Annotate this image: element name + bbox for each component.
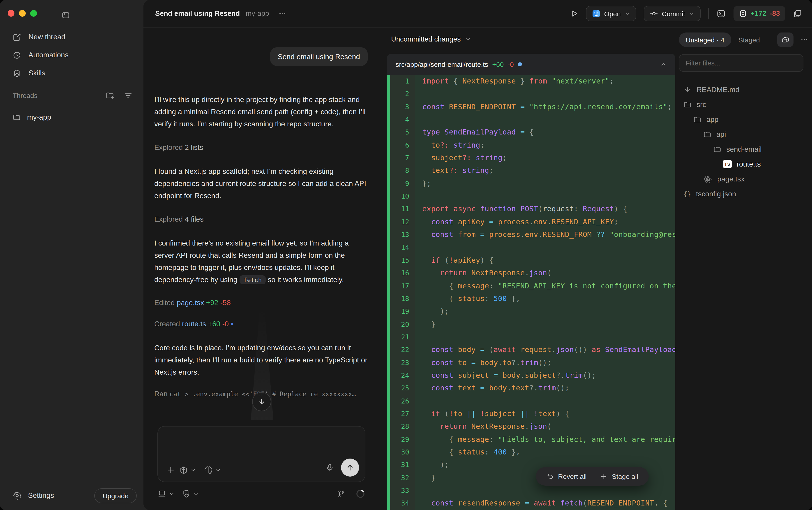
- reasoning-selector[interactable]: [204, 465, 221, 475]
- file-tree-item-tsconfig-json[interactable]: {}tsconfig.json: [679, 187, 812, 201]
- line-content: return NextResponse.json(: [415, 267, 675, 280]
- unsaved-dot: [518, 62, 522, 66]
- sidebar-item-skills[interactable]: Skills: [0, 64, 144, 82]
- line-content: }: [415, 318, 675, 331]
- chevron-down-icon: [624, 10, 630, 17]
- code-line: 5type SendEmailPayload = {: [387, 126, 675, 139]
- line-number: 27: [387, 407, 415, 420]
- line-number: 28: [387, 420, 415, 433]
- file-tree-item-app[interactable]: app: [679, 112, 812, 127]
- sidebar-toggle-icon[interactable]: [61, 10, 70, 20]
- sidebar-item-new-thread[interactable]: New thread: [0, 28, 144, 46]
- line-number: 29: [387, 433, 415, 446]
- file-link[interactable]: page.tsx: [177, 299, 204, 307]
- line-number: 5: [387, 126, 415, 139]
- shield-terminal-icon: [182, 489, 191, 498]
- arrow-down-icon: [257, 397, 266, 406]
- line-number: 20: [387, 318, 415, 331]
- send-button[interactable]: [341, 458, 359, 477]
- git-branch-icon[interactable]: [337, 489, 345, 498]
- chevron-up-icon[interactable]: [660, 61, 667, 68]
- file-label: page.tsx: [717, 175, 745, 183]
- chevron-down-icon: [190, 467, 196, 473]
- diff-actions: Revert all Stage all: [536, 467, 649, 486]
- terminal-icon[interactable]: [716, 9, 726, 18]
- code-line: 15 if (!apiKey) {: [387, 254, 675, 267]
- revert-all-button[interactable]: Revert all: [546, 473, 587, 480]
- file-lines-added: +60: [492, 60, 504, 68]
- uncommitted-changes-dropdown[interactable]: Uncommitted changes: [391, 35, 471, 43]
- files-menu-icon[interactable]: [800, 36, 808, 44]
- code-line: 4: [387, 113, 675, 126]
- message-composer[interactable]: [157, 426, 365, 482]
- line-content: to?: string;: [415, 139, 675, 152]
- line-content: [415, 88, 675, 101]
- file-label: README.md: [696, 86, 740, 94]
- git-commit-icon: [650, 9, 658, 18]
- sidebar-item-my-app[interactable]: my-app: [6, 109, 137, 125]
- line-number: 8: [387, 165, 415, 177]
- line-number: 31: [387, 459, 415, 472]
- close-window-button[interactable]: [8, 10, 14, 17]
- thread-menu-icon[interactable]: [278, 9, 287, 18]
- microphone-icon[interactable]: [325, 463, 334, 472]
- app-window: New thread Automations Skills Threads my…: [0, 0, 812, 510]
- diff-file-header[interactable]: src/app/api/send-email/route.ts +60 -0: [387, 54, 675, 75]
- upgrade-button[interactable]: Upgrade: [94, 488, 137, 503]
- assistant-paragraph: Core code is in place. I’m updating env/…: [154, 342, 368, 378]
- line-content: { message: "Fields to, subject, and text…: [415, 433, 675, 446]
- open-button[interactable]: Open: [586, 6, 636, 21]
- code-line: 14: [387, 241, 675, 254]
- new-folder-icon[interactable]: [106, 91, 114, 100]
- scroll-to-bottom-button[interactable]: [252, 392, 271, 411]
- file-tree-item-readme-md[interactable]: README.md: [679, 82, 812, 97]
- permissions-selector[interactable]: [182, 489, 199, 498]
- line-number: 21: [387, 331, 415, 344]
- file-label: tsconfig.json: [696, 190, 736, 198]
- line-content: subject?: string;: [415, 152, 675, 165]
- file-link[interactable]: route.ts: [182, 320, 206, 328]
- attach-plus-icon[interactable]: [166, 465, 176, 475]
- maximize-window-button[interactable]: [30, 10, 37, 17]
- filter-files-input[interactable]: [679, 54, 804, 72]
- diff-stats[interactable]: +172 -83: [733, 6, 785, 21]
- model-selector[interactable]: [179, 465, 196, 475]
- settings-button[interactable]: Settings: [12, 491, 54, 500]
- line-number: 18: [387, 292, 415, 305]
- text-segment: Explored: [154, 215, 185, 223]
- group-by-folder-button[interactable]: [777, 32, 793, 47]
- finder-icon: [592, 9, 601, 18]
- run-icon[interactable]: [570, 9, 578, 18]
- code-line: 19 );: [387, 305, 675, 318]
- environment-selector[interactable]: [157, 489, 175, 498]
- sidebar-item-label: New thread: [28, 33, 65, 41]
- file-tree-item-page-tsx[interactable]: page.tsx: [679, 171, 812, 187]
- sidebar-nav: New thread Automations Skills: [0, 28, 144, 82]
- code-line: 24 const subject = body.subject?.trim();: [387, 369, 675, 382]
- brain-icon: [204, 465, 213, 475]
- stage-all-button[interactable]: Stage all: [600, 473, 638, 480]
- sidebar-item-automations[interactable]: Automations: [0, 46, 144, 64]
- code-line: 25 const text = body.text?.trim();: [387, 382, 675, 395]
- line-number: 12: [387, 216, 415, 229]
- code-line: 7 subject?: string;: [387, 152, 675, 165]
- minimize-window-button[interactable]: [19, 10, 26, 17]
- folder-icon: [684, 101, 692, 109]
- filter-threads-icon[interactable]: [124, 91, 132, 100]
- commit-button[interactable]: Commit: [644, 6, 700, 21]
- file-tree-item-route-ts[interactable]: TSroute.ts: [679, 157, 812, 171]
- tab-staged[interactable]: Staged: [739, 36, 760, 44]
- file-tree-item-api[interactable]: api: [679, 127, 812, 142]
- file-tree-item-src[interactable]: src: [679, 97, 812, 112]
- line-number: 19: [387, 305, 415, 318]
- file-label: app: [706, 115, 718, 123]
- thread-title: Send email using Resend: [155, 9, 240, 18]
- file-tree-item-send-email[interactable]: send-email: [679, 142, 812, 157]
- tab-unstaged[interactable]: Unstaged · 4: [679, 32, 731, 47]
- code-line: 9};: [387, 177, 675, 190]
- lines-removed: -83: [770, 9, 780, 18]
- copy-layout-icon[interactable]: [793, 9, 802, 18]
- line-content: [415, 484, 675, 497]
- diff-file-card: src/app/api/send-email/route.ts +60 -0 1…: [387, 54, 675, 510]
- code-line: 1import { NextResponse } from "next/serv…: [387, 75, 675, 88]
